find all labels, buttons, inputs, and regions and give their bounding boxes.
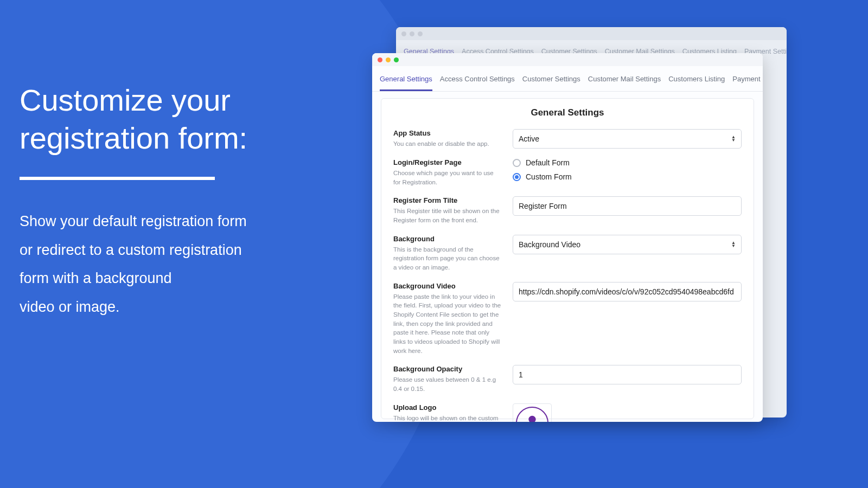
promo-divider <box>20 177 215 180</box>
app-status-label: App Status <box>393 129 502 137</box>
tabs: General Settings Access Control Settings… <box>372 66 763 92</box>
traffic-light-min-icon <box>410 31 414 36</box>
tab-customer-mail[interactable]: Customer Mail Settings <box>588 75 661 91</box>
settings-window: General Settings Access Control Settings… <box>372 53 763 422</box>
tab-payment-settings[interactable]: Payment Settings <box>732 75 763 91</box>
radio-custom-form[interactable]: Custom Form <box>513 172 742 181</box>
panel-title: General Settings <box>393 107 742 118</box>
login-register-hint: Choose which page you want to use for Re… <box>393 169 502 187</box>
app-status-hint: You can enable or disable the app. <box>393 139 502 149</box>
traffic-light-close-icon[interactable] <box>378 57 382 62</box>
tab-access-control[interactable]: Access Control Settings <box>440 75 515 91</box>
upload-logo-label: Upload Logo <box>393 403 502 412</box>
radio-default-form[interactable]: Default Form <box>513 158 742 167</box>
radio-default-label: Default Form <box>526 158 570 167</box>
logo-preview <box>513 403 552 422</box>
app-status-value: Active <box>519 134 539 143</box>
radio-icon <box>513 159 521 167</box>
titlebar-back <box>396 27 787 40</box>
bg-opacity-input[interactable] <box>513 365 742 384</box>
promo-heading: Customize your registration form: <box>20 81 247 157</box>
traffic-light-max-icon[interactable] <box>394 57 399 62</box>
app-status-select[interactable]: Active ▲▼ <box>513 129 742 149</box>
titlebar <box>372 53 763 66</box>
select-chevron-icon: ▲▼ <box>731 136 736 142</box>
bg-video-hint: Please paste the link to your video in t… <box>393 292 502 356</box>
settings-card: General Settings App Status You can enab… <box>381 98 754 419</box>
tab-general-settings[interactable]: General Settings <box>380 75 432 91</box>
promo-body: Show your default registration form or r… <box>20 207 247 322</box>
upload-logo-hint: This logo will be shown on the custom re… <box>393 414 502 422</box>
select-chevron-icon: ▲▼ <box>731 241 736 247</box>
traffic-light-max-icon <box>418 31 423 36</box>
form-title-hint: This Register title will be shown on the… <box>393 207 502 224</box>
bg-opacity-label: Background Opacity <box>393 365 502 373</box>
form-title-label: Register Form Tilte <box>393 196 502 204</box>
traffic-light-min-icon[interactable] <box>386 57 391 62</box>
background-value: Background Video <box>519 240 580 249</box>
promo-panel: Customize your registration form: Show y… <box>20 81 247 322</box>
radio-icon <box>513 173 521 181</box>
bg-opacity-hint: Please use values between 0 & 1 e.g 0.4 … <box>393 375 502 393</box>
bg-video-label: Background Video <box>393 282 502 290</box>
avatar-icon <box>521 412 543 422</box>
background-hint: This is the background of the registrati… <box>393 245 502 272</box>
traffic-light-close-icon <box>401 31 406 36</box>
background-select[interactable]: Background Video ▲▼ <box>513 235 742 254</box>
login-register-label: Login/Register Page <box>393 158 502 166</box>
tab-customer-settings[interactable]: Customer Settings <box>522 75 580 91</box>
tab-customers-listing[interactable]: Customers Listing <box>668 75 725 91</box>
background-label: Background <box>393 235 502 243</box>
form-title-input[interactable] <box>513 196 742 216</box>
radio-custom-label: Custom Form <box>526 172 572 181</box>
bg-video-input[interactable] <box>513 282 742 301</box>
